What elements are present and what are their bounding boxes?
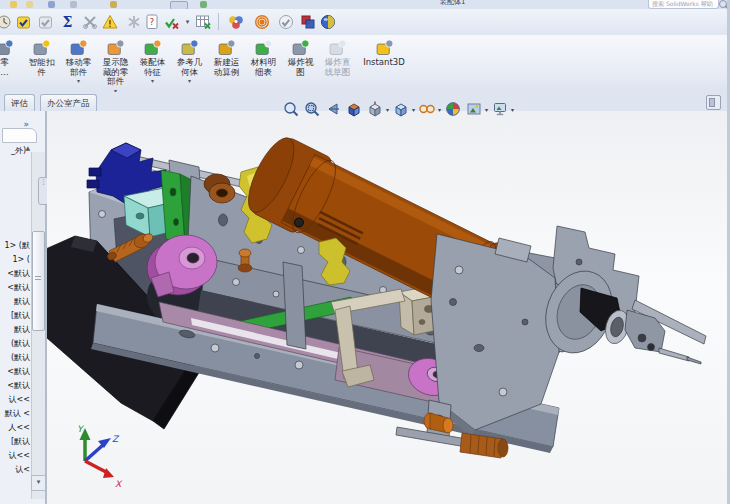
tree-item[interactable]: 认<< xyxy=(0,394,30,405)
assembly-toolbar: Σ ? ▾ xyxy=(0,9,730,36)
hide-show-items-caret[interactable]: ▾ xyxy=(438,106,441,113)
no-external-references-icon[interactable] xyxy=(80,12,99,31)
help-icon[interactable] xyxy=(200,1,207,8)
tree-item[interactable]: 1> (默 xyxy=(0,240,30,251)
triad-x-label: X xyxy=(115,479,123,489)
display-style-caret[interactable]: ▾ xyxy=(412,106,415,113)
file-properties-icon[interactable]: ? xyxy=(142,12,161,31)
interference-detection-icon[interactable] xyxy=(100,12,119,31)
rebuild-icon[interactable] xyxy=(110,1,117,8)
tree-scrollbar-down-arrow[interactable]: ▾ xyxy=(31,475,46,491)
design-checker-inactive-icon[interactable] xyxy=(36,12,55,31)
save-icon[interactable] xyxy=(48,1,55,8)
zoom-to-fit-icon[interactable] xyxy=(282,100,300,118)
design-checker-active-icon[interactable] xyxy=(14,12,33,31)
tree-item[interactable]: <默认 xyxy=(0,282,30,293)
previous-view-icon[interactable] xyxy=(324,100,342,118)
orientation-triad: Y Z X xyxy=(77,424,123,489)
ribbon-reference-geometry[interactable]: 参考几何体▾ xyxy=(171,35,208,84)
new-file-icon[interactable] xyxy=(10,1,17,8)
tree-item[interactable]: 人<< xyxy=(0,422,30,433)
ribbon-exploded-view[interactable]: 爆炸视图 xyxy=(282,35,319,77)
tree-item[interactable]: (默认 xyxy=(0,352,30,363)
design-table-icon[interactable] xyxy=(193,12,212,31)
tree-item[interactable]: 默认 < xyxy=(0,408,30,419)
heads-up-view-toolbar: ▾ ▾ ▾ ▾ ▾ xyxy=(282,98,514,120)
measure-flyout-caret[interactable]: ▾ xyxy=(183,12,192,31)
tree-item[interactable]: (默认 xyxy=(0,338,30,349)
triad-z-label: Z xyxy=(112,434,120,444)
ribbon-assembly-features[interactable]: 装配体特征▾ xyxy=(134,35,171,84)
feature-manager-panel: » _外) ▲ 1> (默1> (<默认<默认默认[默认默认(默认(默认<默认<… xyxy=(0,111,47,504)
tab-office-products[interactable]: 办公室产品 xyxy=(40,94,97,111)
document-title: 装配体1 xyxy=(440,0,465,7)
tab-evaluate[interactable]: 评估 xyxy=(4,94,35,111)
ribbon-instant3d[interactable]: Instant3D xyxy=(356,35,412,68)
tree-item[interactable]: 认<< xyxy=(0,450,30,461)
edit-appearance-icon[interactable] xyxy=(444,100,462,118)
tree-item[interactable]: <默认 xyxy=(0,366,30,377)
open-file-icon[interactable] xyxy=(26,1,33,8)
tree-item[interactable]: <默认 xyxy=(0,268,30,279)
view-orientation-caret[interactable]: ▾ xyxy=(386,106,389,113)
view-orientation-icon[interactable] xyxy=(366,100,384,118)
rebuild-history-icon[interactable] xyxy=(0,12,13,31)
ribbon-smart-fasteners[interactable]: 智能扣件 xyxy=(23,35,60,77)
ribbon-buttons: 零…智能扣件移动零部件▾显示隐藏的零部件▾装配体特征▾参考几何体▾新建运动算例材… xyxy=(0,35,730,93)
toolbar-divider xyxy=(218,13,219,30)
tree-root-item[interactable]: _外) xyxy=(0,145,26,156)
ribbon-move-component[interactable]: 移动零部件▾ xyxy=(60,35,97,84)
tree-scrollbar-thumb[interactable] xyxy=(32,231,45,331)
section-view-icon[interactable] xyxy=(345,100,363,118)
compare-documents-icon[interactable] xyxy=(298,12,317,31)
display-style-icon[interactable] xyxy=(392,100,410,118)
motion-manager-icon[interactable] xyxy=(252,12,271,31)
ribbon-bill-of-materials[interactable]: 材料明细表 xyxy=(245,35,282,77)
collapse-panel-icon[interactable] xyxy=(706,95,721,110)
ribbon-insert-component[interactable]: 零… xyxy=(0,35,23,77)
tree-item[interactable]: [默认 xyxy=(0,436,30,447)
drill-bit xyxy=(659,348,689,361)
view-settings-caret[interactable]: ▾ xyxy=(511,106,514,113)
hide-show-items-icon[interactable] xyxy=(418,100,436,118)
ribbon-explode-line-sketch[interactable]: 爆炸直线草图 xyxy=(319,35,356,77)
photoview-render-icon[interactable] xyxy=(318,12,337,31)
equations-icon[interactable]: Σ xyxy=(58,12,77,31)
comments-inactive-icon[interactable] xyxy=(276,12,295,31)
print-icon[interactable] xyxy=(70,1,77,8)
assembly-model-canvas[interactable]: Y Z X xyxy=(47,111,730,504)
tree-item[interactable]: [默认 xyxy=(0,310,30,321)
tree-item[interactable]: <默认 xyxy=(0,380,30,391)
measure-icon[interactable] xyxy=(162,12,181,31)
feature-tree-header xyxy=(2,128,37,143)
ribbon-show-hidden-components[interactable]: 显示隐藏的零部件▾ xyxy=(97,35,134,93)
search-icon[interactable] xyxy=(719,0,727,8)
tree-item[interactable]: 默认 xyxy=(0,296,30,307)
appearances-icon[interactable] xyxy=(226,12,245,31)
tree-item[interactable]: 默认 xyxy=(0,324,30,335)
svg-text:?: ? xyxy=(149,17,154,27)
search-input[interactable]: 搜索 SolidWorks 帮助 xyxy=(648,0,719,9)
apply-scene-icon[interactable] xyxy=(465,100,483,118)
tree-root-collapse-icon[interactable]: ▲ xyxy=(25,144,30,151)
ribbon-new-motion-study[interactable]: 新建运动算例 xyxy=(208,35,245,77)
snap-points-inactive-icon[interactable] xyxy=(124,12,143,31)
tree-item[interactable]: 1> ( xyxy=(0,254,30,265)
tree-item[interactable]: 认< xyxy=(0,464,30,475)
zoom-to-area-icon[interactable] xyxy=(303,100,321,118)
apply-scene-caret[interactable]: ▾ xyxy=(485,106,488,113)
view-settings-icon[interactable] xyxy=(491,100,509,118)
